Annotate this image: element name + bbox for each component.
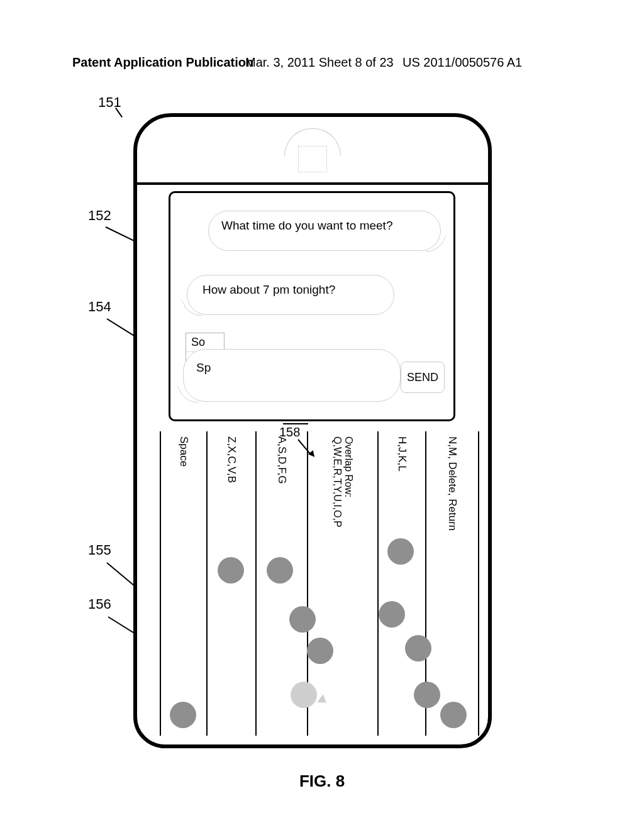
ref-156: 156 xyxy=(88,596,111,612)
touch-dot-icon xyxy=(379,601,405,628)
send-button[interactable]: SEND xyxy=(401,362,445,393)
kbd-col-label: Overlap Row: Q,W,E,R,T,Y,U,I,O,P xyxy=(331,436,354,528)
compose-bubble[interactable]: Sp xyxy=(183,349,401,402)
device-outline: What time do you want to meet? How about… xyxy=(133,113,492,748)
message-1-text: What time do you want to meet? xyxy=(221,219,392,232)
ref-158-bar xyxy=(283,423,308,424)
chat-panel: What time do you want to meet? How about… xyxy=(169,191,455,421)
touch-dot-icon xyxy=(289,606,316,633)
kbd-col-label: A,S,D,F,G xyxy=(275,436,288,484)
kbd-col-label: Space xyxy=(177,436,190,467)
bubble-tail-icon xyxy=(181,299,203,316)
message-2-text: How about 7 pm tonight? xyxy=(203,283,335,296)
ref-154: 154 xyxy=(88,299,111,315)
kbd-col-space[interactable]: Space xyxy=(160,431,206,736)
sheet-label: Mar. 3, 2011 Sheet 8 of 23 xyxy=(245,55,394,70)
touch-dot-icon xyxy=(267,557,293,584)
message-bubble-incoming: What time do you want to meet? xyxy=(208,211,441,251)
top-divider xyxy=(137,182,488,185)
keyboard-zone[interactable]: Space Z,X,C,V,B A,S,D,F,G Overlap Row: Q… xyxy=(143,431,482,736)
message-bubble-outgoing: How about 7 pm tonight? xyxy=(187,275,394,315)
ref-155-lead xyxy=(106,562,136,587)
ref-152: 152 xyxy=(88,208,111,224)
touch-dot-icon xyxy=(307,638,333,664)
touch-dot-light-icon xyxy=(291,682,317,708)
figure-caption: FIG. 8 xyxy=(0,772,644,791)
pubnum-label: US 2011/0050576 A1 xyxy=(402,55,522,70)
kbd-col-zxcvb[interactable]: Z,X,C,V,B xyxy=(206,431,255,736)
ref-155: 155 xyxy=(88,542,111,558)
bubble-tail-icon xyxy=(177,386,199,402)
send-label: SEND xyxy=(407,371,438,384)
kbd-col-label: N,M, Delete, Return xyxy=(446,436,458,531)
ref-151: 151 xyxy=(98,94,121,111)
kbd-col-label: H,J,K,L xyxy=(396,436,408,472)
touch-dot-icon xyxy=(414,682,440,708)
pub-label: Patent Application Publication xyxy=(72,55,253,70)
kbd-col-label: Z,X,C,V,B xyxy=(225,436,238,483)
touch-dot-icon xyxy=(440,702,467,728)
bubble-tail-icon xyxy=(425,235,447,252)
kbd-col-overlap[interactable]: Overlap Row: Q,W,E,R,T,Y,U,I,O,P xyxy=(307,431,377,736)
touch-dot-icon xyxy=(170,702,196,728)
camera-icon xyxy=(298,146,327,172)
touch-dot-icon xyxy=(218,557,244,584)
touch-dot-icon xyxy=(387,538,414,565)
compose-text: Sp xyxy=(196,361,211,374)
touch-dot-icon xyxy=(405,635,431,661)
